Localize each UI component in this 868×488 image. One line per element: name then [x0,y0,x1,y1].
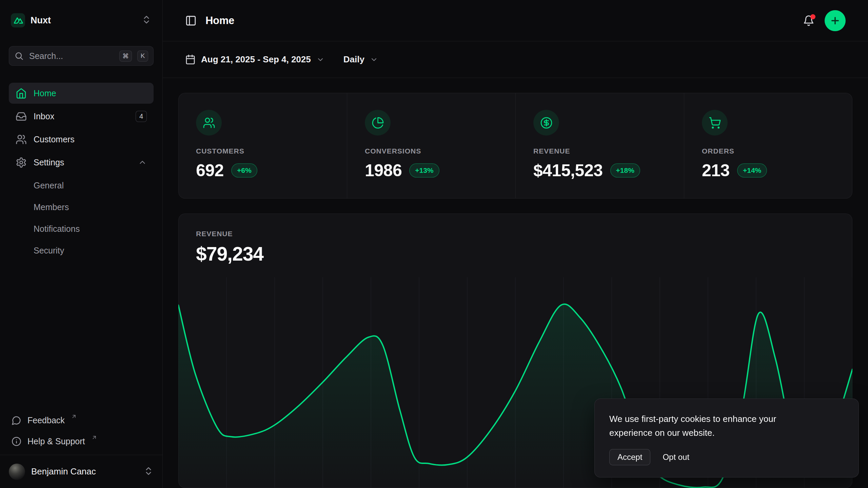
sidebar-item-label: Customers [34,135,75,144]
period-select[interactable]: Daily [343,54,378,65]
sidebar-item-notifications[interactable]: Notifications [9,218,154,239]
shopping-cart-icon [702,110,728,136]
header-actions [803,10,846,31]
date-range-picker[interactable]: Aug 21, 2025 - Sep 4, 2025 [185,54,324,65]
sidebar-item-security[interactable]: Security [9,240,154,261]
inbox-count-badge: 4 [136,111,147,122]
stats-card: CUSTOMERS 692 +6% CONVERSIONS 1986 +13% [178,93,852,199]
users-icon [16,134,27,145]
search-field[interactable] [29,51,114,61]
sidebar-spacer [9,261,154,410]
stat-delta-badge: +14% [737,163,767,178]
feedback-link[interactable]: Feedback [9,410,154,430]
message-bubble-icon [12,415,21,425]
page-title: Home [205,15,234,27]
nuxt-logo-glyph [13,17,23,24]
stat-orders: ORDERS 213 +14% [684,93,852,199]
sidebar-nav: Home Inbox 4 Customers Settings [9,83,154,261]
external-link-icon [71,413,77,420]
circle-dollar-icon [533,110,559,136]
sub-item-label: Notifications [34,224,80,234]
panel-left-icon [185,15,197,26]
add-button[interactable] [825,10,846,31]
plus-icon [830,15,841,26]
user-name: Benjamin Canac [31,466,96,477]
stat-value: 692 [196,161,224,180]
feedback-label: Feedback [27,415,65,425]
sidebar-item-label: Settings [34,158,64,167]
workspace-name: Nuxt [31,15,51,26]
chevrons-up-down-icon [143,466,154,477]
help-support-link[interactable]: Help & Support [9,431,154,451]
external-link-icon [91,434,97,441]
cookie-banner: We use first-party cookies to enhance yo… [594,399,859,477]
stat-delta-badge: +13% [409,163,439,178]
date-range-label: Aug 21, 2025 - Sep 4, 2025 [201,54,311,65]
sidebar-item-inbox[interactable]: Inbox 4 [9,106,154,127]
sidebar-toggle-button[interactable] [185,15,197,26]
period-label: Daily [343,54,364,65]
stat-value: 213 [702,161,730,180]
info-circle-icon [12,436,21,446]
chevron-down-icon [370,56,378,64]
chart-pie-icon [365,110,391,136]
user-menu[interactable]: Benjamin Canac [0,455,162,488]
stat-label: CUSTOMERS [196,147,329,155]
filters-toolbar: Aug 21, 2025 - Sep 4, 2025 Daily [163,41,868,78]
sidebar-footer: Feedback Help & Support [9,410,154,455]
stat-label: CONVERSIONS [365,147,498,155]
sidebar-item-settings[interactable]: Settings [9,152,154,173]
sidebar-item-customers[interactable]: Customers [9,129,154,150]
sidebar-item-label: Inbox [34,111,54,121]
stat-value: 1986 [365,161,402,180]
notifications-button[interactable] [803,15,814,26]
sidebar-item-members[interactable]: Members [9,197,154,218]
kbd-k: K [137,50,148,62]
gear-icon [16,157,27,168]
stat-customers: CUSTOMERS 692 +6% [178,93,347,199]
search-input[interactable]: ⌘ K [9,46,154,66]
stat-label: REVENUE [533,147,666,155]
revenue-header: REVENUE $79,234 [178,214,852,265]
stat-delta-badge: +6% [231,163,257,178]
cookie-optout-button[interactable]: Opt out [659,449,693,465]
chevrons-up-down-icon [141,15,152,26]
sidebar-item-general[interactable]: General [9,175,154,196]
avatar [9,464,25,480]
cookie-accept-button[interactable]: Accept [609,449,650,465]
nuxt-logo-icon [11,13,25,27]
kbd-cmd: ⌘ [119,50,132,62]
stat-label: ORDERS [702,147,835,155]
search-icon [14,51,24,61]
sub-item-label: Members [34,202,69,212]
page-header: Home [163,0,868,41]
cookie-actions: Accept Opt out [609,449,844,465]
stat-conversions: CONVERSIONS 1986 +13% [347,93,515,199]
notification-dot [810,14,815,19]
stat-value: $415,523 [533,161,603,180]
calendar-icon [185,54,196,65]
workspace-switcher[interactable]: Nuxt [9,10,154,30]
chevron-down-icon [316,56,324,64]
sidebar-item-home[interactable]: Home [9,83,154,104]
help-support-label: Help & Support [27,436,85,446]
inbox-icon [16,111,27,122]
users-icon [196,110,222,136]
sub-item-label: Security [34,246,64,256]
sidebar: Nuxt ⌘ K Home Inb [0,0,163,488]
home-icon [16,88,27,99]
sidebar-item-label: Home [34,88,56,98]
stat-revenue: REVENUE $415,523 +18% [515,93,684,199]
revenue-value: $79,234 [196,243,835,265]
stat-delta-badge: +18% [610,163,640,178]
sub-item-label: General [34,181,64,190]
chevron-up-icon [138,158,147,167]
settings-subnav: General Members Notifications Security [9,175,154,261]
cookie-message: We use first-party cookies to enhance yo… [609,412,820,440]
revenue-label: REVENUE [196,230,835,238]
